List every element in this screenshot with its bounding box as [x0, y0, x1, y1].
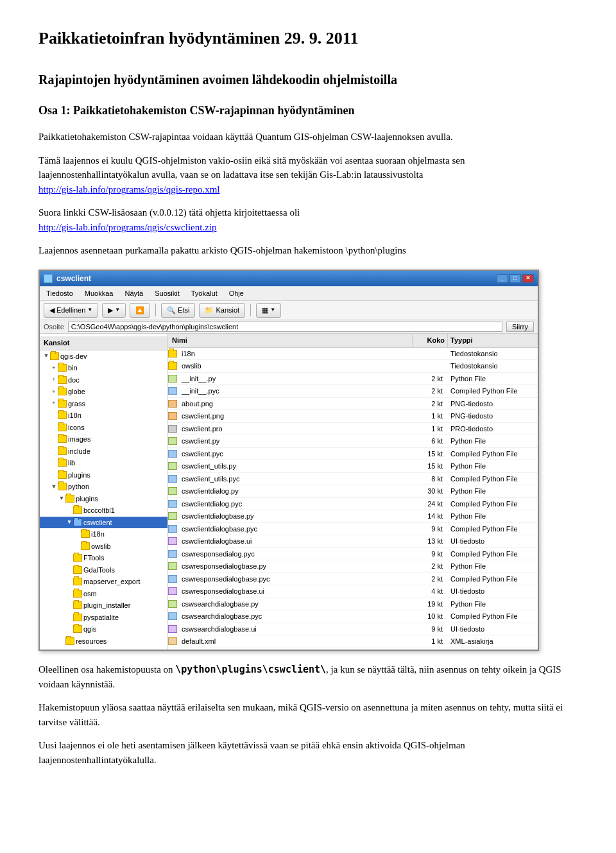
- expander-qgis-dev: ▼: [42, 352, 50, 361]
- maximize-button[interactable]: □: [509, 274, 521, 283]
- file-row[interactable]: cswclient.py6 ktPython File: [168, 435, 538, 448]
- file-name: cswresponsedialogbase.pyc: [179, 574, 413, 585]
- paragraph-1: Paikkatietohakemiston CSW-rajapintaa voi…: [38, 130, 578, 144]
- file-icon-pyc: [168, 550, 177, 558]
- tree-item-i18n2[interactable]: i18n: [40, 528, 167, 540]
- view-button[interactable]: ▦ ▼: [256, 303, 281, 318]
- menu-tyokalut[interactable]: Työkalut: [189, 288, 220, 300]
- file-row[interactable]: cswclientdialog.py30 ktPython File: [168, 485, 538, 498]
- file-type: Compiled Python File: [448, 611, 538, 622]
- minimize-button[interactable]: _: [497, 274, 508, 283]
- tree-item-globe[interactable]: + globe: [40, 386, 167, 398]
- file-icon-png: [168, 412, 177, 420]
- tree-item-grass[interactable]: + grass: [40, 398, 167, 410]
- up-button[interactable]: 🔼: [130, 303, 150, 318]
- tree-item-cswclient[interactable]: ▼ cswclient: [40, 517, 167, 529]
- titlebar-title-area: cswclient: [44, 273, 91, 284]
- tree-item-mapserver-export[interactable]: mapserver_export: [40, 576, 167, 588]
- tree-item-icons[interactable]: icons: [40, 422, 167, 434]
- tree-item-gdaltools[interactable]: GdalTools: [40, 564, 167, 576]
- back-button[interactable]: ◀ Edellinen ▼: [44, 303, 98, 318]
- folders-button[interactable]: 📁 Kansiot: [199, 303, 245, 318]
- file-row[interactable]: cswclient.pyc15 ktCompiled Python File: [168, 448, 538, 461]
- tree-item-qgis2[interactable]: pyspatialite: [40, 612, 167, 624]
- tree-item-qgis-dev[interactable]: ▼ qgis-dev: [40, 350, 167, 363]
- tree-item-osm[interactable]: osm: [40, 588, 167, 600]
- tree-label-bin: bin: [68, 363, 78, 374]
- file-row[interactable]: about.png2 ktPNG-tiedosto: [168, 398, 538, 411]
- tree-item-ftools[interactable]: FTools: [40, 552, 167, 564]
- file-row[interactable]: cswclient_utils.py15 ktPython File: [168, 460, 538, 473]
- folder-icon-qgis-dev: [50, 352, 59, 360]
- file-row[interactable]: cswclient.png1 ktPNG-tiedosto: [168, 410, 538, 423]
- file-row[interactable]: cswresponsedialogbase.py2 ktPython File: [168, 560, 538, 573]
- menu-suosikit[interactable]: Suosikit: [152, 288, 182, 300]
- paragraph-4: Laajennos asennetaan purkamalla pakattu …: [38, 243, 578, 258]
- file-row[interactable]: cswclientdialogbase.py14 ktPython File: [168, 510, 538, 523]
- file-type: XML-asiakirja: [448, 636, 538, 647]
- file-row[interactable]: default.xml1 ktXML-asiakirja: [168, 635, 538, 648]
- tree-item-lib[interactable]: lib: [40, 457, 167, 469]
- file-type: PNG-tiedosto: [448, 411, 538, 422]
- file-type: Compiled Python File: [448, 499, 538, 510]
- tree-item-doc[interactable]: + doc: [40, 374, 167, 386]
- forward-button[interactable]: ▶ ▼: [102, 303, 126, 318]
- back-arrow: ▼: [87, 306, 92, 314]
- menu-ohje[interactable]: Ohje: [227, 288, 246, 300]
- file-row[interactable]: cswclientdialogbase.pyc9 ktCompiled Pyth…: [168, 523, 538, 536]
- close-button[interactable]: ✕: [522, 274, 534, 283]
- folder-icon-globe: [58, 388, 67, 395]
- file-icon-pyc: [168, 450, 177, 458]
- tree-item-python[interactable]: ▼ python: [40, 481, 167, 493]
- explorer-addressbar: Osoite Siirry: [40, 320, 538, 334]
- file-row[interactable]: cswclientdialog.pyc24 ktCompiled Python …: [168, 498, 538, 511]
- tree-item-include[interactable]: include: [40, 445, 167, 458]
- file-type: Compiled Python File: [448, 449, 538, 460]
- file-row[interactable]: cswresponsedialogbase.pyc2 ktCompiled Py…: [168, 573, 538, 586]
- col-size[interactable]: Koko: [413, 334, 448, 347]
- para3-text: Suora linkki CSW-lisäosaan (v.0.0.12) tä…: [38, 207, 300, 218]
- view-arrow: ▼: [270, 306, 275, 314]
- menu-tiedosto[interactable]: Tiedosto: [44, 288, 76, 300]
- file-size: 24 kt: [413, 499, 448, 510]
- tree-item-plugin-installer[interactable]: plugin_installer: [40, 599, 167, 612]
- address-go-button[interactable]: Siirry: [506, 322, 534, 332]
- file-row[interactable]: owslibTiedostokansio: [168, 360, 538, 373]
- explorer-right-panel: Nimi Koko Tyyppi i18nTiedostokansioowsli…: [168, 334, 538, 650]
- tree-item-plugins2[interactable]: ▼ plugins: [40, 493, 167, 505]
- file-row[interactable]: __init__.pyc2 ktCompiled Python File: [168, 385, 538, 398]
- link-qgis-repo[interactable]: http://gis-lab.info/programs/qgis/qgis-r…: [38, 184, 219, 194]
- folder-icon-bin: [58, 364, 67, 372]
- col-type[interactable]: Tyyppi: [448, 334, 538, 347]
- file-type: Python File: [448, 486, 538, 497]
- file-row[interactable]: cswresponsedialog.pyc9 ktCompiled Python…: [168, 548, 538, 561]
- file-row[interactable]: cswclient_utils.pyc8 ktCompiled Python F…: [168, 473, 538, 486]
- tree-item-i18n[interactable]: i18n: [40, 409, 167, 422]
- address-input[interactable]: [68, 322, 502, 332]
- search-button[interactable]: 🔍 Etsi: [161, 303, 195, 318]
- folder-icon-doc: [58, 376, 67, 384]
- file-row[interactable]: cswclient.pro1 ktPRO-tiedosto: [168, 423, 538, 436]
- file-row[interactable]: cswsearchdialogbase.pyc10 ktCompiled Pyt…: [168, 610, 538, 623]
- tree-item-owslib[interactable]: owslib: [40, 540, 167, 553]
- tree-item-bcccoltbl1[interactable]: bcccoltbl1: [40, 504, 167, 517]
- file-row[interactable]: cswresponsedialogbase.ui4 ktUI-tiedosto: [168, 585, 538, 598]
- tree-item-bin[interactable]: + bin: [40, 362, 167, 374]
- tree-item-pyspatialite[interactable]: qgis: [40, 623, 167, 635]
- menu-nayta[interactable]: Näytä: [122, 288, 146, 300]
- file-name: cswclientdialogbase.pyc: [179, 524, 413, 535]
- folder-icon-plugins2: [65, 495, 74, 503]
- tree-item-images[interactable]: images: [40, 433, 167, 445]
- file-icon-pyc: [168, 525, 177, 533]
- file-row[interactable]: __init__.py2 ktPython File: [168, 373, 538, 386]
- file-row[interactable]: cswsearchdialogbase.py19 ktPython File: [168, 598, 538, 611]
- menu-muokkaa[interactable]: Muokkaa: [82, 288, 116, 300]
- tree-item-resources[interactable]: resources: [40, 635, 167, 648]
- file-row[interactable]: i18nTiedostokansio: [168, 348, 538, 361]
- back-icon: ◀: [49, 305, 55, 316]
- col-name[interactable]: Nimi: [168, 334, 413, 347]
- link-cswclient-zip[interactable]: http://gis-lab.info/programs/qgis/cswcli…: [38, 222, 216, 232]
- file-row[interactable]: cswsearchdialogbase.ui9 ktUI-tiedosto: [168, 623, 538, 636]
- tree-item-plugins[interactable]: plugins: [40, 469, 167, 481]
- file-row[interactable]: cswclientdialogbase.ui13 ktUI-tiedosto: [168, 535, 538, 548]
